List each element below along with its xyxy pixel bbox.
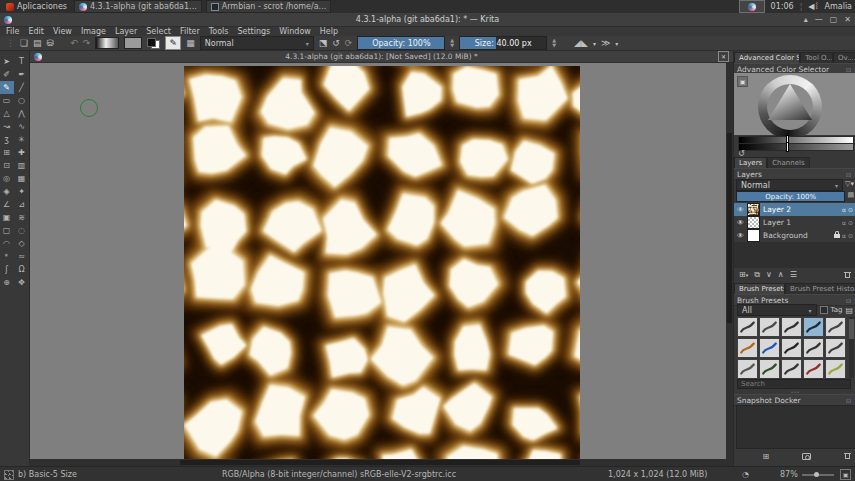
ellipse-select-tool[interactable]: ◌ — [15, 224, 29, 237]
canvas-hscrollbar[interactable] — [30, 459, 733, 466]
create-snapshot-button[interactable]: ⊞ — [763, 452, 770, 461]
crop-tool[interactable]: ⊡ — [0, 159, 14, 172]
float-docker-icon[interactable]: ⊡ — [846, 171, 851, 178]
clock[interactable]: 01:06 — [771, 2, 794, 11]
canvas-vscrollbar[interactable] — [726, 63, 733, 459]
hue-ring[interactable] — [758, 75, 822, 139]
polygonal-select-tool[interactable]: ◇ — [15, 237, 29, 250]
vscroll-thumb[interactable] — [727, 133, 732, 323]
measure-tool[interactable]: ∠ — [0, 198, 14, 211]
add-layer-button[interactable]: ⊞▾ — [739, 270, 748, 279]
volume-icon[interactable]: ◀⸾ — [808, 2, 818, 11]
fill-tool[interactable]: ◈ — [0, 185, 14, 198]
opacity-spin-buttons[interactable]: ▲▼ — [450, 38, 454, 48]
pattern-chooser[interactable] — [124, 37, 142, 49]
selector-settings-icon[interactable]: ▣ — [737, 76, 748, 87]
layer-properties-icon[interactable]: ⊙ — [848, 219, 853, 226]
reference-images-tool[interactable]: ▣ — [0, 211, 14, 224]
move-layer-up-button[interactable]: ∧ — [778, 270, 784, 279]
text-tool[interactable]: T — [15, 55, 29, 68]
delete-layer-button[interactable] — [844, 271, 851, 279]
tab-tool-options[interactable]: Tool O... — [800, 52, 833, 63]
pattern-tool[interactable]: ▦ — [15, 172, 29, 185]
tab-brush-presets[interactable]: Brush Presets — [734, 283, 785, 294]
brush-preset-tile[interactable] — [825, 359, 846, 378]
float-docker-icon[interactable]: ⊡ — [846, 66, 851, 73]
polygon-tool[interactable]: △ — [0, 107, 14, 120]
brush-preset-tile[interactable] — [737, 317, 758, 337]
tab-channels[interactable]: Channels — [767, 157, 809, 168]
contiguous-select-tool[interactable]: ＊ — [0, 250, 14, 263]
color-selector-area[interactable]: ▣ — [734, 73, 855, 135]
new-document-icon[interactable]: ❏ — [20, 36, 28, 51]
brush-preset-tile[interactable] — [759, 338, 780, 358]
tab-brush-preset-history[interactable]: Brush Preset History — [785, 283, 855, 294]
zoom-slider[interactable] — [802, 474, 834, 476]
rect-select-tool[interactable]: ▢ — [0, 224, 14, 237]
reload-preset-icon[interactable]: ↺ — [332, 36, 340, 51]
chevron-down-icon[interactable]: ▾ — [615, 36, 618, 51]
line-tool[interactable]: ╱ — [15, 81, 29, 94]
inherit-alpha-icon[interactable]: α — [842, 206, 846, 213]
layer-blending-combo[interactable]: Normal ▾ — [736, 179, 843, 191]
open-document-icon[interactable]: ▤ — [33, 36, 42, 51]
menu-window[interactable]: Window — [279, 27, 311, 36]
hscroll-thumb[interactable] — [180, 460, 580, 465]
zoom-slider-thumb[interactable] — [814, 472, 819, 477]
assistants-tool[interactable]: ⊿ — [15, 198, 29, 211]
import-resources-icon[interactable]: ▤ — [845, 306, 853, 315]
taskbar-window-terminal[interactable]: Armbian - scrot /home/a... — [206, 0, 332, 13]
visibility-icon[interactable]: 👁 — [737, 219, 744, 227]
layer-opacity-slider[interactable]: Opacity: 100% — [736, 191, 845, 202]
wrap-around-icon[interactable]: ≫ — [601, 36, 610, 51]
undo-icon[interactable]: ↶ — [70, 36, 78, 51]
window-switcher-applet[interactable] — [739, 0, 765, 13]
freehand-select-tool[interactable]: ◠ — [0, 237, 14, 250]
drag-handle[interactable]: ⋮ — [6, 36, 15, 51]
brush-preset-tile[interactable] — [737, 338, 758, 358]
shade-button[interactable]: ▴ — [804, 15, 808, 24]
zoom-level-label[interactable]: 87% — [780, 467, 798, 481]
chevron-down-icon[interactable]: ▾ — [593, 36, 596, 51]
zoom-tool[interactable]: ⊕ — [0, 276, 14, 289]
layer-properties-icon[interactable]: ⊙ — [848, 206, 853, 213]
menu-tools[interactable]: Tools — [209, 27, 229, 36]
opacity-slider[interactable]: Opacity: 100% — [357, 36, 445, 50]
brush-preset-tile[interactable] — [781, 359, 802, 378]
freehand-path-tool[interactable]: ∿ — [15, 120, 29, 133]
colorspace-label[interactable]: RGB/Alpha (8-bit integer/channel) sRGB-e… — [222, 467, 456, 481]
delete-snapshot-button[interactable] — [844, 452, 851, 460]
blending-mode-combo[interactable]: Normal ▾ — [200, 36, 314, 50]
layer-properties-icon[interactable]: ⊙ — [848, 232, 853, 239]
edit-shapes-tool[interactable]: ✐ — [0, 68, 14, 81]
brush-preset-tile[interactable] — [759, 359, 780, 378]
magnetic-select-tool[interactable]: Ω — [15, 263, 29, 276]
redo-icon[interactable]: ↷ — [83, 36, 91, 51]
minimize-button[interactable]: — — [815, 15, 823, 24]
brush-preset-tile[interactable] — [759, 317, 780, 337]
select-shapes-tool[interactable]: ➤ — [0, 55, 14, 68]
brush-preset-tile[interactable] — [825, 338, 846, 358]
save-document-icon[interactable]: ⛁ — [47, 36, 55, 51]
user-menu[interactable]: Amalia — [824, 2, 852, 11]
lock-icon[interactable] — [834, 234, 840, 238]
dynamic-brush-tool[interactable]: ʒ — [0, 133, 14, 146]
move-layer-down-button[interactable]: ∨ — [766, 270, 772, 279]
color-sampler-tool[interactable]: ◎ — [0, 172, 14, 185]
freehand-brush-tool[interactable]: ✎ — [0, 81, 14, 94]
preserve-alpha-icon[interactable]: ⟳ — [345, 36, 353, 51]
polyline-tool[interactable]: ⋀ — [15, 107, 29, 120]
bezier-curve-tool[interactable]: ↝ — [0, 120, 14, 133]
brush-preset-tile[interactable] — [781, 317, 802, 337]
layer-row-layer1[interactable]: 👁 Layer 1 α⊙ — [734, 216, 855, 229]
tab-overview[interactable]: Ov... — [833, 52, 855, 63]
layer-properties-button[interactable]: ☰ — [790, 270, 797, 279]
brush-preset-tile[interactable] — [825, 317, 846, 337]
brush-preset-tile[interactable] — [803, 338, 824, 358]
rectangle-tool[interactable]: ▭ — [0, 94, 14, 107]
brush-scroll-thumb[interactable] — [849, 319, 854, 339]
layer-row-background[interactable]: 👁 Background α⊙ — [734, 229, 855, 242]
pan-tool[interactable]: ✥ — [15, 276, 29, 289]
mirror-icon[interactable]: ◢◣ — [574, 36, 588, 51]
inherit-alpha-icon[interactable]: α — [842, 219, 846, 226]
